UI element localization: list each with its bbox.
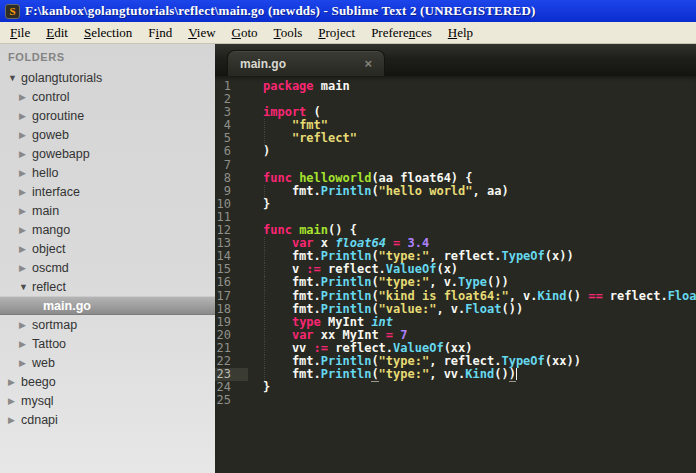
tree-item-label: sortmap bbox=[31, 318, 77, 332]
tab-bar: main.go × bbox=[215, 44, 696, 76]
window-title: F:\kanbox\golangtutorials\reflect\main.g… bbox=[25, 3, 536, 19]
file-main.go[interactable]: ▶main.go bbox=[0, 296, 215, 315]
expand-arrow-icon[interactable]: ▶ bbox=[19, 225, 31, 235]
tree-item-label: goweb bbox=[31, 128, 69, 142]
tree-item-label: oscmd bbox=[31, 261, 69, 275]
folder-cdnapi[interactable]: ▶cdnapi bbox=[0, 410, 215, 429]
line-number: 21 bbox=[215, 342, 248, 355]
collapse-arrow-icon[interactable]: ▼ bbox=[8, 73, 20, 83]
code-line-25: 25 bbox=[215, 394, 696, 407]
text-cursor bbox=[516, 368, 517, 380]
code-line-23: 23 fmt.Println("type:", vv.Kind()) bbox=[215, 368, 696, 381]
tab-main-go[interactable]: main.go × bbox=[227, 50, 385, 76]
line-number: 6 bbox=[215, 145, 248, 158]
code-line-text: ) bbox=[248, 145, 696, 158]
code-line-24: 24} bbox=[215, 381, 696, 394]
folder-beego[interactable]: ▶beego bbox=[0, 372, 215, 391]
line-number: 16 bbox=[215, 276, 248, 289]
expand-arrow-icon[interactable]: ▶ bbox=[19, 206, 31, 216]
tab-label: main.go bbox=[240, 57, 364, 71]
folder-reflect[interactable]: ▼reflect bbox=[0, 277, 215, 296]
line-number: 17 bbox=[215, 290, 248, 303]
tree-item-label: mango bbox=[31, 223, 70, 237]
folder-control[interactable]: ▶control bbox=[0, 87, 215, 106]
expand-arrow-icon[interactable]: ▶ bbox=[19, 358, 31, 368]
line-number: 19 bbox=[215, 316, 248, 329]
expand-arrow-icon[interactable]: ▶ bbox=[8, 396, 20, 406]
folder-hello[interactable]: ▶hello bbox=[0, 163, 215, 182]
expand-arrow-icon[interactable]: ▶ bbox=[19, 339, 31, 349]
menubar: FileEditSelectionFindViewGotoToolsProjec… bbox=[0, 22, 696, 44]
code-line-5: 5 "reflect" bbox=[215, 132, 696, 145]
main-area: FOLDERS ▼golangtutorials▶control▶gorouti… bbox=[0, 44, 696, 473]
menu-goto[interactable]: Goto bbox=[224, 22, 266, 43]
line-number: 1 bbox=[215, 80, 248, 93]
line-number: 9 bbox=[215, 185, 248, 198]
folder-oscmd[interactable]: ▶oscmd bbox=[0, 258, 215, 277]
tree-item-label: control bbox=[31, 90, 70, 104]
folder-goroutine[interactable]: ▶goroutine bbox=[0, 106, 215, 125]
expand-arrow-icon[interactable]: ▶ bbox=[19, 149, 31, 159]
expand-arrow-icon[interactable]: ▶ bbox=[8, 415, 20, 425]
tree-item-label: mysql bbox=[20, 394, 54, 408]
line-number: 18 bbox=[215, 303, 248, 316]
line-number: 7 bbox=[215, 159, 248, 172]
folder-web[interactable]: ▶web bbox=[0, 353, 215, 372]
sidebar: FOLDERS ▼golangtutorials▶control▶gorouti… bbox=[0, 44, 215, 473]
tree-item-label: web bbox=[31, 356, 55, 370]
folder-golangtutorials[interactable]: ▼golangtutorials bbox=[0, 68, 215, 87]
folder-tree: ▼golangtutorials▶control▶goroutine▶goweb… bbox=[0, 68, 215, 429]
code-line-10: 10} bbox=[215, 198, 696, 211]
folder-mango[interactable]: ▶mango bbox=[0, 220, 215, 239]
expand-arrow-icon[interactable]: ▶ bbox=[19, 92, 31, 102]
line-number: 8 bbox=[215, 172, 248, 185]
menu-help[interactable]: Help bbox=[440, 22, 481, 43]
tree-item-label: goroutine bbox=[31, 109, 84, 123]
code-line-text bbox=[248, 394, 696, 407]
tree-item-label: Tattoo bbox=[31, 337, 66, 351]
folder-object[interactable]: ▶object bbox=[0, 239, 215, 258]
expand-arrow-icon[interactable]: ▶ bbox=[19, 263, 31, 273]
expand-arrow-icon[interactable]: ▶ bbox=[19, 187, 31, 197]
code-line-text: } bbox=[248, 381, 696, 394]
tree-item-label: cdnapi bbox=[20, 413, 58, 427]
folder-sortmap[interactable]: ▶sortmap bbox=[0, 315, 215, 334]
expand-arrow-icon[interactable]: ▶ bbox=[19, 320, 31, 330]
editor-pane: main.go × 1package main23import (4 "fmt"… bbox=[215, 44, 696, 473]
menu-edit[interactable]: Edit bbox=[38, 22, 76, 43]
code-line-9: 9 fmt.Println("hello world", aa) bbox=[215, 185, 696, 198]
line-number: 5 bbox=[215, 132, 248, 145]
folder-gowebapp[interactable]: ▶gowebapp bbox=[0, 144, 215, 163]
expand-arrow-icon[interactable]: ▶ bbox=[19, 168, 31, 178]
line-number: 4 bbox=[215, 119, 248, 132]
line-number: 25 bbox=[215, 394, 248, 407]
collapse-arrow-icon[interactable]: ▼ bbox=[19, 282, 31, 292]
menu-preferences[interactable]: Preferences bbox=[363, 22, 440, 43]
code-line-1: 1package main bbox=[215, 80, 696, 93]
code-area[interactable]: 1package main23import (4 "fmt"5 "reflect… bbox=[215, 76, 696, 473]
menu-find[interactable]: Find bbox=[140, 22, 180, 43]
folder-tattoo[interactable]: ▶Tattoo bbox=[0, 334, 215, 353]
folder-mysql[interactable]: ▶mysql bbox=[0, 391, 215, 410]
menu-selection[interactable]: Selection bbox=[76, 22, 140, 43]
tree-item-label: object bbox=[31, 242, 65, 256]
menu-tools[interactable]: Tools bbox=[266, 22, 311, 43]
tree-item-label: interface bbox=[31, 185, 80, 199]
tree-item-label: reflect bbox=[31, 280, 66, 294]
folder-interface[interactable]: ▶interface bbox=[0, 182, 215, 201]
sublime-text-window: S F:\kanbox\golangtutorials\reflect\main… bbox=[0, 0, 696, 473]
tab-close-icon[interactable]: × bbox=[364, 57, 372, 70]
menu-view[interactable]: View bbox=[180, 22, 223, 43]
expand-arrow-icon[interactable]: ▶ bbox=[8, 377, 20, 387]
expand-arrow-icon[interactable]: ▶ bbox=[19, 111, 31, 121]
tree-item-label: gowebapp bbox=[31, 147, 90, 161]
expand-arrow-icon[interactable]: ▶ bbox=[19, 244, 31, 254]
code-line-text: fmt.Println("type:", vv.Kind()) bbox=[248, 368, 696, 381]
expand-arrow-icon[interactable]: ▶ bbox=[19, 130, 31, 140]
menu-project[interactable]: Project bbox=[310, 22, 363, 43]
folder-main[interactable]: ▶main bbox=[0, 201, 215, 220]
menu-file[interactable]: File bbox=[2, 22, 38, 43]
folder-goweb[interactable]: ▶goweb bbox=[0, 125, 215, 144]
code-line-text: package main bbox=[248, 80, 696, 93]
tree-item-label: golangtutorials bbox=[20, 71, 102, 85]
